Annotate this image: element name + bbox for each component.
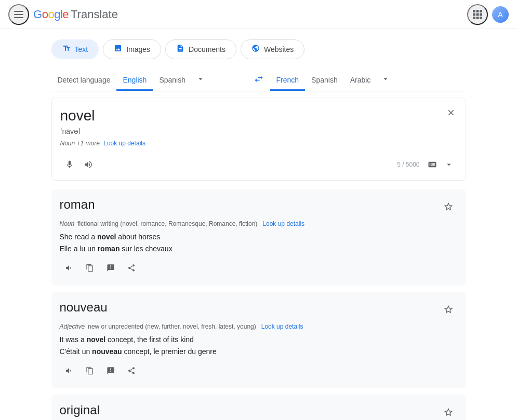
tab-images[interactable]: Images	[103, 39, 161, 59]
input-word: novel	[60, 106, 457, 125]
star-button[interactable]	[439, 403, 458, 420]
svg-rect-1	[14, 14, 23, 15]
tab-documents-label: Documents	[189, 45, 226, 53]
input-meta-link[interactable]: Look up details	[103, 140, 145, 147]
result-synonyms: new or unpredented (new, further, novel,…	[88, 323, 256, 330]
translation-panel: novel ˈnävəl Noun +1 more Look up detail…	[51, 98, 466, 181]
svg-rect-2	[14, 17, 23, 18]
menu-button[interactable]	[8, 4, 29, 25]
websites-icon	[251, 44, 260, 55]
more-options-button[interactable]	[441, 156, 457, 173]
result-actions	[60, 361, 458, 380]
tab-websites-label: Websites	[264, 45, 294, 53]
header-right: A	[467, 4, 509, 25]
swap-languages-button[interactable]	[247, 70, 270, 91]
clear-input-button[interactable]	[443, 104, 459, 121]
result-example-fr: Elle a lu un roman sur les chevaux	[60, 243, 458, 254]
result-type-row: Adjective new or unpredented (new, furth…	[60, 323, 458, 330]
svg-rect-11	[480, 17, 482, 19]
result-example-fr: C'était un nouveau concept, le premier d…	[60, 346, 458, 357]
results-container: roman Noun fictional writing (novel, rom…	[51, 189, 466, 420]
result-type: Noun	[60, 220, 75, 227]
volume-button[interactable]	[79, 155, 98, 174]
result-card: roman Noun fictional writing (novel, rom…	[51, 189, 466, 286]
svg-rect-5	[480, 10, 482, 12]
logo-google-text: Google	[33, 8, 69, 21]
avatar-initial: A	[498, 10, 502, 19]
result-actions	[60, 259, 458, 277]
svg-rect-3	[473, 10, 475, 12]
result-card: original Adjective unique quality (origi…	[51, 395, 466, 420]
svg-rect-4	[476, 10, 479, 12]
text-icon	[62, 44, 71, 55]
target-lang-group: French Spanish Arabic	[270, 70, 466, 90]
svg-rect-8	[480, 13, 482, 16]
detect-lang-button[interactable]: Detect language	[51, 71, 117, 91]
result-lookup-link[interactable]: Look up details	[261, 323, 303, 330]
result-header: nouveau	[60, 300, 458, 319]
result-type: Adjective	[60, 323, 85, 330]
star-button[interactable]	[439, 300, 458, 319]
input-side: novel ˈnävəl Noun +1 more Look up detail…	[52, 98, 466, 180]
result-volume-button[interactable]	[60, 259, 78, 277]
input-phonetic: ˈnävəl	[60, 127, 457, 136]
source-lang-more-button[interactable]	[192, 70, 209, 90]
result-copy-button[interactable]	[81, 361, 99, 380]
tab-text[interactable]: Text	[51, 39, 99, 59]
input-actions: 5 / 5000	[60, 153, 457, 176]
result-word: original	[60, 403, 100, 417]
result-word: nouveau	[60, 300, 108, 315]
svg-rect-10	[476, 17, 479, 19]
svg-rect-9	[473, 17, 475, 19]
logo-translate-text: Translate	[71, 8, 118, 21]
result-share-button[interactable]	[122, 361, 141, 380]
mode-tabs: Text Images Documents Websites	[51, 39, 466, 59]
spanish-src-button[interactable]: Spanish	[153, 71, 192, 91]
target-lang-more-button[interactable]	[377, 70, 394, 90]
input-meta-type: Noun	[60, 140, 75, 147]
result-header: original	[60, 403, 458, 420]
result-lookup-link[interactable]: Look up details	[262, 220, 304, 227]
logo[interactable]: Google Translate	[33, 8, 118, 21]
tab-text-label: Text	[75, 45, 88, 53]
result-header: roman	[60, 197, 458, 216]
result-copy-button[interactable]	[81, 259, 99, 277]
main-content: Text Images Documents Websites Detect la…	[43, 29, 474, 420]
language-bar: Detect language English Spanish French S…	[51, 70, 466, 91]
documents-icon	[176, 44, 184, 55]
english-lang-button[interactable]: English	[116, 71, 153, 91]
keyboard-button[interactable]	[424, 156, 441, 173]
spanish-tgt-button[interactable]: Spanish	[305, 71, 344, 91]
result-example-en: It was a novel concept, the first of its…	[60, 334, 458, 345]
arabic-lang-button[interactable]: Arabic	[344, 71, 377, 91]
result-example-en: She read a novel about horses	[60, 232, 458, 242]
result-card: nouveau Adjective new or unpredented (ne…	[51, 292, 466, 388]
header: Google Translate A	[0, 0, 517, 29]
svg-rect-0	[14, 11, 23, 12]
tab-websites[interactable]: Websites	[241, 39, 304, 59]
input-meta-more: +1 more	[77, 140, 100, 147]
result-word: roman	[60, 197, 95, 212]
user-avatar[interactable]: A	[492, 6, 509, 23]
svg-rect-7	[476, 13, 479, 16]
result-volume-button[interactable]	[60, 361, 78, 380]
result-type-row: Noun fictional writing (novel, romance, …	[60, 220, 458, 227]
svg-rect-6	[473, 13, 475, 16]
result-synonyms: fictional writing (novel, romance, Roman…	[77, 220, 257, 227]
star-button[interactable]	[439, 197, 458, 216]
french-lang-button[interactable]: French	[270, 71, 306, 91]
images-icon	[114, 44, 122, 55]
input-meta: Noun +1 more Look up details	[60, 140, 457, 147]
result-feedback-button[interactable]	[101, 361, 120, 380]
source-lang-group: Detect language English Spanish	[51, 70, 247, 90]
char-count: 5 / 5000	[397, 161, 419, 168]
result-feedback-button[interactable]	[101, 259, 120, 277]
result-share-button[interactable]	[122, 259, 141, 277]
mic-button[interactable]	[60, 155, 79, 174]
tab-documents[interactable]: Documents	[165, 39, 236, 59]
apps-button[interactable]	[467, 4, 488, 25]
tab-images-label: Images	[126, 45, 150, 53]
